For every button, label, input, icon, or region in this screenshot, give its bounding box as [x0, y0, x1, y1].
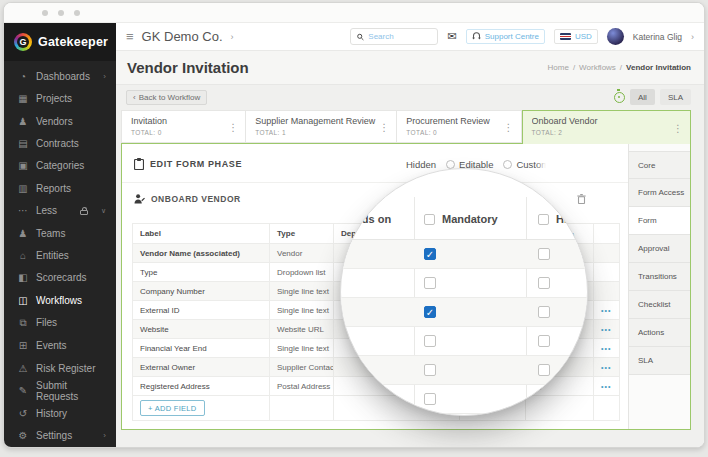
sidebar-item-dashboards[interactable]: ◔Dashboards› — [4, 65, 116, 87]
field-type-cell: Dropdown list — [270, 263, 334, 282]
sidebar-item-risk-register[interactable]: ⚠Risk Register — [4, 357, 116, 379]
mandatory-checkbox[interactable] — [424, 277, 436, 289]
edit-form-phase-row: EDIT FORM PHASE Hidden EditableCustom — [122, 144, 628, 182]
support-centre-button[interactable]: Support Centre — [466, 29, 545, 44]
kebab-menu-icon[interactable]: ⋮ — [673, 122, 683, 133]
row-actions-icon[interactable]: ••• — [601, 345, 611, 352]
phase-tab-name: Onboard Vendor — [532, 116, 681, 126]
tab-sla[interactable]: SLA — [629, 347, 690, 375]
hidden-checkbox[interactable] — [538, 335, 550, 347]
sidebar-item-projects[interactable]: ▦Projects — [4, 87, 116, 109]
toolbar-right: All SLA — [614, 89, 691, 105]
tab-actions[interactable]: Actions — [629, 319, 690, 347]
projects-icon: ▦ — [17, 93, 29, 104]
sidebar-item-label: Events — [36, 340, 67, 351]
settings-tab-rail: CoreForm AccessFormApprovalTransitionsCh… — [628, 144, 690, 429]
lens-row — [341, 240, 587, 269]
person-edit-icon — [134, 194, 145, 204]
hidden-checkbox[interactable] — [538, 306, 550, 318]
row-actions-icon[interactable]: ••• — [601, 307, 611, 314]
kebab-menu-icon[interactable]: ⋮ — [504, 121, 514, 132]
tab-form[interactable]: Form — [629, 207, 690, 235]
kebab-menu-icon[interactable]: ⋮ — [379, 121, 389, 132]
window-dot-icon[interactable] — [74, 10, 80, 16]
sidebar-item-workflows[interactable]: ◫Workflows — [4, 289, 116, 311]
filter-all-button[interactable]: All — [630, 89, 655, 105]
tab-checklist[interactable]: Checklist — [629, 291, 690, 319]
search-input[interactable] — [368, 32, 431, 41]
sidebar-item-contracts[interactable]: ▤Contracts — [4, 132, 116, 154]
currency-selector[interactable]: USD — [554, 29, 598, 44]
phase-tab-total: TOTAL: 0 — [131, 129, 236, 136]
hamburger-menu-icon[interactable]: ≡ — [126, 29, 134, 44]
add-field-cell: + ADD FIELD — [133, 396, 270, 421]
field-label-cell: External ID — [133, 301, 270, 320]
row-actions-icon[interactable]: ••• — [601, 326, 611, 333]
sidebar-item-scorecards[interactable]: ◧Scorecards — [4, 267, 116, 289]
lens-row — [341, 298, 587, 327]
phase-tab-procurement-review[interactable]: Procurement ReviewTOTAL: 0⋮ — [397, 110, 521, 143]
sla-timer-icon[interactable] — [614, 92, 625, 103]
sidebar-item-files[interactable]: ⧉Files — [4, 311, 116, 334]
phase-tab-total: TOTAL: 0 — [406, 129, 511, 136]
window-dot-icon[interactable] — [42, 10, 48, 16]
sidebar-item-entities[interactable]: ⌂Entities — [4, 244, 116, 266]
radio-icon[interactable] — [503, 160, 512, 169]
sidebar-item-categories[interactable]: ▣Categories — [4, 155, 116, 177]
breadcrumb-item[interactable]: Workflows — [579, 63, 616, 72]
chevron-right-icon: › — [103, 72, 106, 81]
sidebar-item-teams[interactable]: ♟Teams — [4, 222, 116, 244]
gatekeeper-logo[interactable]: Gatekeeper — [4, 23, 116, 61]
phase-tab-onboard-vendor[interactable]: Onboard VendorTOTAL: 2⋮ — [522, 110, 691, 144]
user-menu[interactable]: Katerina Glig — [633, 32, 682, 42]
hidden-checkbox[interactable] — [538, 364, 550, 376]
sidebar-item-history[interactable]: ↺History — [4, 402, 116, 424]
chevron-right-icon: › — [103, 431, 106, 440]
search-icon — [357, 33, 364, 41]
sidebar-item-submit-requests[interactable]: ✎Submit Requests — [4, 379, 116, 402]
tab-core[interactable]: Core — [629, 151, 690, 179]
mandatory-checkbox[interactable] — [424, 335, 436, 347]
tab-transitions[interactable]: Transitions — [629, 263, 690, 291]
sidebar-item-events[interactable]: ⊞Events — [4, 334, 116, 356]
hidden-select-all-checkbox[interactable] — [538, 214, 549, 225]
visibility-option-hidden[interactable]: Hidden — [406, 159, 436, 170]
mandatory-checkbox[interactable] — [424, 248, 436, 260]
breadcrumb-item[interactable]: Home — [548, 63, 569, 72]
tab-form-access[interactable]: Form Access — [629, 179, 690, 207]
search-box[interactable] — [350, 28, 438, 45]
back-to-workflow-button[interactable]: ‹ Back to Workflow — [126, 90, 207, 105]
sidebar-item-settings[interactable]: ⚙Settings› — [4, 425, 116, 447]
field-actions-cell: ••• — [594, 377, 620, 396]
hidden-checkbox[interactable] — [538, 277, 550, 289]
delete-section-button[interactable] — [577, 194, 586, 204]
mandatory-checkbox[interactable] — [424, 306, 436, 318]
visibility-option-custom[interactable]: Custom — [503, 159, 546, 170]
sidebar-item-vendors[interactable]: ♟Vendors — [4, 110, 116, 132]
window-dot-icon[interactable] — [58, 10, 64, 16]
row-actions-icon[interactable]: ••• — [601, 383, 611, 390]
mandatory-select-all-checkbox[interactable] — [424, 214, 435, 225]
tab-approval[interactable]: Approval — [629, 235, 690, 263]
row-actions-icon[interactable]: ••• — [601, 364, 611, 371]
mandatory-checkbox[interactable] — [424, 393, 436, 405]
company-switcher[interactable]: GK Demo Co. — [142, 29, 223, 44]
radio-icon[interactable] — [446, 160, 455, 169]
add-field-button[interactable]: + ADD FIELD — [140, 400, 205, 416]
reports-icon: ▥ — [17, 183, 29, 194]
filter-sla-button[interactable]: SLA — [660, 89, 691, 105]
sidebar-item-label: Scorecards — [36, 272, 87, 283]
phase-tab-invitation[interactable]: InvitationTOTAL: 0⋮ — [121, 110, 246, 143]
kebab-menu-icon[interactable]: ⋮ — [228, 121, 238, 132]
sidebar-item-less[interactable]: ⋯Less∨ — [4, 199, 116, 221]
field-actions-cell: ••• — [594, 320, 620, 339]
hidden-checkbox[interactable] — [538, 248, 550, 260]
mail-icon[interactable]: ✉ — [447, 30, 456, 43]
phase-tab-supplier-management-review[interactable]: Supplier Management ReviewTOTAL: 1⋮ — [246, 110, 397, 143]
headset-icon — [472, 32, 481, 41]
user-avatar[interactable] — [607, 28, 624, 45]
screenshot-root: Gatekeeper ◔Dashboards›▦Projects♟Vendors… — [0, 0, 708, 457]
mandatory-checkbox[interactable] — [424, 364, 436, 376]
sidebar-item-reports[interactable]: ▥Reports — [4, 177, 116, 199]
app-frame: Gatekeeper ◔Dashboards›▦Projects♟Vendors… — [4, 23, 704, 447]
